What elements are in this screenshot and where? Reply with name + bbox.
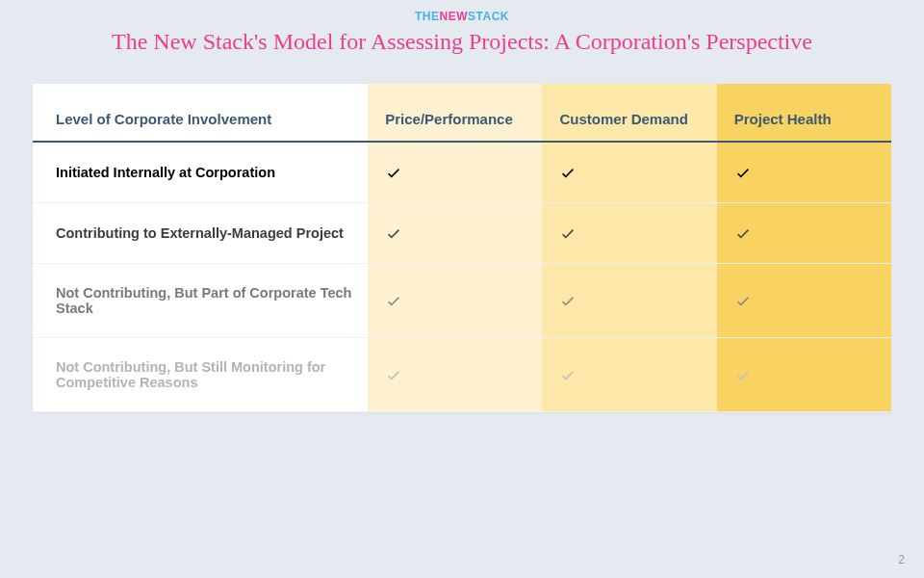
logo-part-the: THE [415,10,440,23]
check-icon [559,292,703,309]
cell-check [717,338,891,412]
logo-part-new: NEW [440,10,469,23]
cell-check [542,338,716,412]
check-icon [559,366,703,383]
check-icon [734,292,878,309]
check-icon [734,164,878,181]
cell-check [368,142,542,203]
cell-check [542,264,716,338]
check-icon [559,224,703,242]
table-row: Contributing to Externally-Managed Proje… [33,203,891,264]
cell-check [368,264,542,338]
check-icon [734,366,878,383]
table-row: Initiated Internally at Corporation [33,142,891,203]
table-row: Not Contributing, But Part of Corporate … [33,264,891,338]
header-level: Level of Corporate Involvement [33,84,368,142]
cell-check [368,338,542,412]
page-title: The New Stack's Model for Assessing Proj… [0,23,924,55]
page-number: 2 [898,553,905,566]
table-header-row: Level of Corporate Involvement Price/Per… [33,84,891,142]
check-icon [385,366,528,383]
check-icon [385,224,528,242]
check-icon [734,224,878,242]
header-price-performance: Price/Performance [368,84,542,142]
check-icon [385,292,528,309]
row-label: Initiated Internally at Corporation [33,142,368,203]
row-label: Not Contributing, But Part of Corporate … [33,264,368,338]
row-label: Not Contributing, But Still Monitoring f… [33,338,368,412]
table-card: Level of Corporate Involvement Price/Per… [33,84,891,412]
cell-check [542,203,716,264]
check-icon [385,164,528,181]
cell-check [717,203,891,264]
check-icon [559,164,703,181]
cell-check [368,203,542,264]
logo: THENEWSTACK [0,0,924,23]
cell-check [717,264,891,338]
assessment-table: Level of Corporate Involvement Price/Per… [33,84,891,412]
header-project-health: Project Health [717,84,891,142]
cell-check [717,142,891,203]
header-customer-demand: Customer Demand [542,84,716,142]
cell-check [542,142,716,203]
logo-part-stack: STACK [468,10,509,23]
row-label: Contributing to Externally-Managed Proje… [33,203,368,264]
table-row: Not Contributing, But Still Monitoring f… [33,338,891,412]
